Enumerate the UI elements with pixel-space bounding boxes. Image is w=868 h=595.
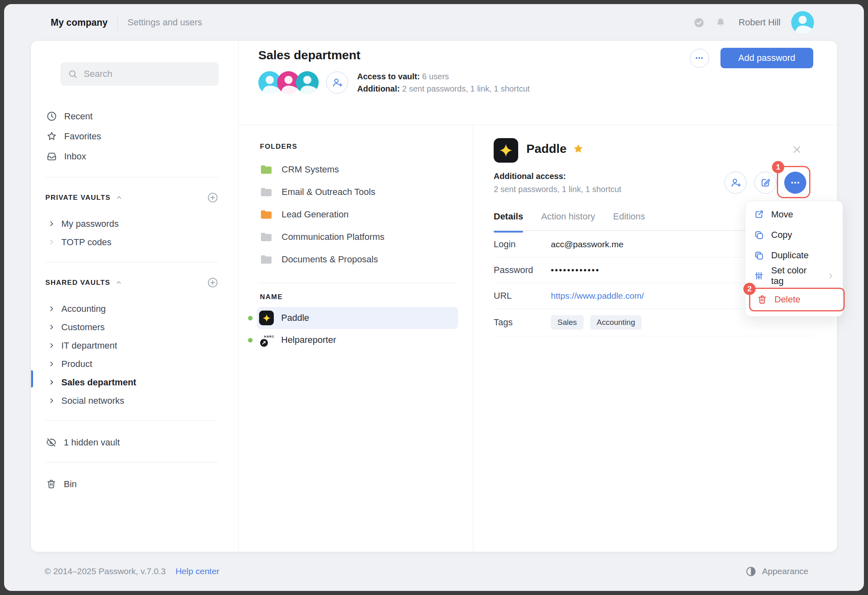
user-avatar[interactable] bbox=[791, 11, 814, 34]
chevron-up-icon[interactable] bbox=[115, 194, 123, 201]
sidebar-item-favorites[interactable]: Favorites bbox=[45, 126, 219, 146]
password-value[interactable]: •••••••••••• bbox=[551, 266, 600, 275]
check-circle-icon[interactable] bbox=[694, 17, 705, 28]
bin-label: Bin bbox=[64, 479, 77, 490]
chevron-right-icon bbox=[48, 360, 55, 367]
folders-title: FOLDERS bbox=[260, 143, 473, 151]
chevron-right-icon bbox=[48, 379, 55, 386]
record-helpareporter[interactable]: HARO Helpareporter bbox=[257, 329, 458, 351]
search-icon bbox=[68, 69, 78, 79]
record-more-button[interactable] bbox=[784, 172, 806, 194]
annotation-highlight-2: 2 Delete bbox=[749, 288, 845, 311]
menu-item-delete[interactable]: Delete bbox=[750, 289, 843, 310]
appearance-toggle[interactable]: Appearance bbox=[745, 566, 808, 577]
record-paddle[interactable]: Paddle bbox=[257, 307, 458, 329]
edit-button[interactable] bbox=[754, 172, 776, 194]
sidebar-item-accounting[interactable]: Accounting bbox=[48, 300, 219, 318]
sidebar-item-customers[interactable]: Customers bbox=[48, 318, 219, 336]
sidebar-item-social-networks[interactable]: Social networks bbox=[48, 391, 219, 410]
menu-item-set-color-tag[interactable]: Set color tag bbox=[745, 266, 843, 286]
close-icon[interactable] bbox=[792, 144, 802, 155]
folder-icon bbox=[260, 164, 273, 175]
person-add-icon bbox=[730, 177, 741, 188]
tab-action-history[interactable]: Action history bbox=[541, 211, 595, 232]
vault-label: Sales department bbox=[61, 377, 136, 388]
tab-details[interactable]: Details bbox=[494, 211, 523, 232]
record-detail-panel: Paddle Additional access: 2 sent passwor… bbox=[473, 125, 837, 552]
sidebar-item-recent[interactable]: Recent bbox=[45, 106, 219, 126]
sidebar-item-totp-codes[interactable]: TOTP codes bbox=[48, 233, 219, 251]
access-label: Access to vault: bbox=[357, 72, 420, 81]
edit-icon bbox=[760, 177, 771, 188]
footer: © 2014–2025 Passwork, v.7.0.3 Help cente… bbox=[4, 552, 864, 591]
help-center-link[interactable]: Help center bbox=[175, 566, 219, 576]
menu-item-move[interactable]: Move bbox=[745, 204, 843, 225]
person-add-icon bbox=[331, 77, 343, 88]
sidebar-item-label: Recent bbox=[64, 111, 93, 122]
settings-and-users-link[interactable]: Settings and users bbox=[128, 17, 202, 28]
private-vaults-title: PRIVATE VAULTS bbox=[45, 194, 111, 202]
folder-email-outreach-tools[interactable]: Email & Outreach Tools bbox=[260, 181, 457, 203]
svg-text:HARO: HARO bbox=[264, 335, 274, 338]
menu-item-duplicate[interactable]: Duplicate bbox=[745, 245, 843, 266]
status-dot bbox=[248, 338, 253, 342]
folder-label: Communication Platforms bbox=[282, 232, 385, 242]
member-avatar[interactable] bbox=[296, 71, 319, 94]
menu-item-label: Copy bbox=[771, 230, 792, 240]
sidebar-item-my-passwords[interactable]: My passwords bbox=[48, 215, 219, 233]
folder-documents-proposals[interactable]: Documents & Proposals bbox=[260, 248, 457, 271]
sidebar-item-sales-department[interactable]: Sales department bbox=[48, 373, 219, 391]
sidebar-item-label: Favorites bbox=[64, 131, 101, 142]
folder-lead-generation[interactable]: Lead Generation bbox=[260, 203, 457, 226]
chevron-right-icon bbox=[48, 324, 55, 331]
access-to-vault-line: Access to vault: 6 users bbox=[357, 70, 530, 83]
menu-item-copy[interactable]: Copy bbox=[745, 225, 843, 245]
bell-icon[interactable] bbox=[715, 17, 726, 28]
url-link[interactable]: https://www.paddle.com/ bbox=[551, 291, 644, 301]
folder-communication-platforms[interactable]: Communication Platforms bbox=[260, 226, 457, 248]
annotation-step-2: 2 bbox=[743, 283, 756, 295]
vault-more-button[interactable] bbox=[690, 49, 709, 68]
record-label: Paddle bbox=[281, 313, 309, 323]
tab-editions[interactable]: Editions bbox=[613, 211, 645, 232]
favorite-star-icon[interactable] bbox=[573, 143, 584, 154]
trash-icon bbox=[46, 479, 57, 490]
additional-line: Additional: 2 sent passwords, 1 link, 1 … bbox=[357, 83, 530, 95]
folder-crm-systems[interactable]: CRM Systems bbox=[260, 158, 457, 181]
sidebar-item-product[interactable]: Product bbox=[48, 355, 219, 373]
add-shared-vault-button[interactable] bbox=[207, 277, 218, 288]
name-column-title: NAME bbox=[260, 293, 473, 301]
sidebar-item-it-department[interactable]: IT department bbox=[48, 336, 219, 355]
hidden-vault-label: 1 hidden vault bbox=[64, 437, 120, 448]
user-name[interactable]: Robert Hill bbox=[738, 17, 781, 28]
add-password-button[interactable]: Add password bbox=[720, 48, 813, 68]
add-member-button[interactable] bbox=[326, 72, 348, 94]
search-box[interactable] bbox=[60, 62, 219, 86]
chevron-right-icon bbox=[48, 305, 55, 312]
star-icon bbox=[46, 131, 57, 142]
sidebar-item-bin[interactable]: Bin bbox=[46, 475, 219, 493]
search-input[interactable] bbox=[83, 68, 211, 80]
additional-label: Additional: bbox=[357, 84, 400, 93]
tag-sales[interactable]: Sales bbox=[551, 315, 584, 330]
hidden-vault-toggle[interactable]: 1 hidden vault bbox=[46, 433, 219, 452]
chevron-right-icon bbox=[48, 342, 55, 349]
company-name: My company bbox=[51, 17, 107, 28]
topbar: My company Settings and users Robert Hil… bbox=[4, 4, 864, 41]
access-value: 6 users bbox=[422, 72, 449, 81]
add-private-vault-button[interactable] bbox=[207, 192, 218, 203]
login-value[interactable]: acc@passwork.me bbox=[551, 239, 624, 249]
sidebar-item-inbox[interactable]: Inbox bbox=[45, 146, 219, 166]
status-dot bbox=[248, 316, 253, 320]
appearance-label: Appearance bbox=[762, 566, 808, 576]
tag-accounting[interactable]: Accounting bbox=[590, 315, 642, 330]
share-access-button[interactable] bbox=[725, 172, 747, 194]
appearance-half-circle-icon bbox=[745, 566, 756, 577]
folder-label: Documents & Proposals bbox=[282, 254, 378, 265]
sidebar-divider bbox=[45, 262, 218, 262]
vault-label: Customers bbox=[61, 322, 105, 333]
menu-item-label: Set color tag bbox=[771, 265, 820, 286]
chevron-up-icon[interactable] bbox=[115, 279, 123, 286]
sidebar-divider bbox=[45, 421, 218, 421]
color-tag-sliders-icon bbox=[754, 271, 764, 281]
